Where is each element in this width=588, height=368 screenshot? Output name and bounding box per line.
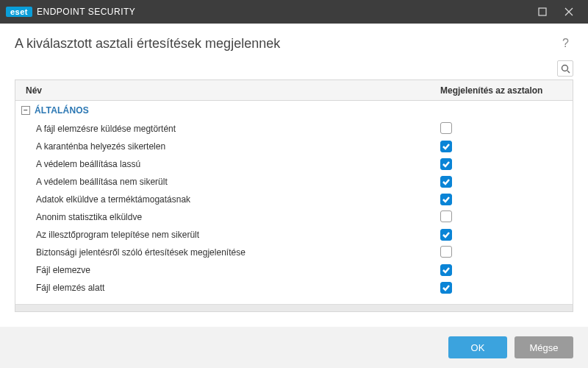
group-row-general[interactable]: − ÁLTALÁNOS xyxy=(15,101,573,120)
table-row[interactable]: Anonim statisztika elküldve xyxy=(15,208,573,226)
group-label: ÁLTALÁNOS xyxy=(35,105,89,116)
check-icon xyxy=(442,195,451,204)
cancel-button[interactable]: Mégse xyxy=(514,336,573,358)
svg-rect-0 xyxy=(539,8,546,15)
page-title: A kiválasztott asztali értesítések megje… xyxy=(15,36,558,52)
row-label: A karanténba helyezés sikertelen xyxy=(15,141,440,152)
table-row[interactable]: Biztonsági jelentésről szóló értesítések… xyxy=(15,244,573,261)
row-label: Anonim statisztika elküldve xyxy=(15,212,440,222)
footer: OK Mégse xyxy=(0,327,588,368)
help-button[interactable]: ? xyxy=(558,34,573,53)
row-checkbox-cell xyxy=(440,176,573,188)
table-row[interactable]: Fájl elemezve xyxy=(15,261,573,279)
row-checkbox-cell xyxy=(440,158,573,171)
table-row[interactable]: A védelem beállítása lassú xyxy=(15,155,573,173)
table-row[interactable]: Fájl elemzés alatt xyxy=(15,279,573,297)
row-checkbox-cell xyxy=(440,282,573,294)
col-header-name[interactable]: Név xyxy=(15,85,440,96)
show-on-desktop-checkbox[interactable] xyxy=(440,141,452,152)
collapse-icon[interactable]: − xyxy=(21,106,30,115)
product-name: ENDPOINT SECURITY xyxy=(37,7,135,17)
row-checkbox-cell xyxy=(440,194,573,206)
show-on-desktop-checkbox[interactable] xyxy=(440,158,452,170)
show-on-desktop-checkbox[interactable] xyxy=(440,210,452,222)
table-row[interactable]: A védelem beállítása nem sikerült xyxy=(15,173,573,191)
row-label: A védelem beállítása lassú xyxy=(15,159,440,169)
check-icon xyxy=(442,142,451,151)
row-label: Biztonsági jelentésről szóló értesítések… xyxy=(15,247,440,258)
table-header: Név Megjelenítés az asztalon xyxy=(15,80,573,101)
square-icon xyxy=(538,7,547,16)
ok-button[interactable]: OK xyxy=(448,336,507,358)
search-icon xyxy=(561,64,570,74)
row-checkbox-cell xyxy=(440,229,573,241)
row-label: A fájl elemzésre küldése megtörtént xyxy=(15,124,440,134)
show-on-desktop-checkbox[interactable] xyxy=(440,176,452,188)
notifications-table: Név Megjelenítés az asztalon − ÁLTALÁNOS… xyxy=(15,79,573,312)
svg-point-1 xyxy=(562,65,567,71)
table-row[interactable]: Adatok elküldve a terméktámogatásnak xyxy=(15,191,573,208)
brand-badge: eset xyxy=(6,7,32,17)
check-icon xyxy=(442,177,451,186)
row-label: Adatok elküldve a terméktámogatásnak xyxy=(15,194,440,205)
row-checkbox-cell xyxy=(440,246,573,260)
row-checkbox-cell xyxy=(440,210,573,224)
row-checkbox-cell xyxy=(440,141,573,153)
titlebar: eset ENDPOINT SECURITY xyxy=(0,0,588,24)
search-button[interactable] xyxy=(557,60,573,77)
show-on-desktop-checkbox[interactable] xyxy=(440,282,452,294)
check-icon xyxy=(442,160,451,169)
row-label: Fájl elemzés alatt xyxy=(15,283,440,293)
check-icon xyxy=(442,230,451,239)
row-label: A védelem beállítása nem sikerült xyxy=(15,177,440,187)
show-on-desktop-checkbox[interactable] xyxy=(440,264,452,276)
row-label: Az illesztőprogram telepítése nem sikerü… xyxy=(15,230,440,240)
row-label: Fájl elemezve xyxy=(15,265,440,275)
check-icon xyxy=(442,266,451,275)
check-icon xyxy=(442,283,451,292)
table-body[interactable]: − ÁLTALÁNOS A fájl elemzésre küldése meg… xyxy=(15,101,573,304)
row-checkbox-cell xyxy=(440,264,573,277)
col-header-show[interactable]: Megjelenítés az asztalon xyxy=(440,85,573,96)
row-checkbox-cell xyxy=(440,122,573,136)
horizontal-scrollbar[interactable] xyxy=(15,304,573,311)
show-on-desktop-checkbox[interactable] xyxy=(440,122,452,134)
window-close-button[interactable] xyxy=(556,0,582,24)
window-minimize-button[interactable] xyxy=(529,0,556,24)
table-row[interactable]: Az illesztőprogram telepítése nem sikerü… xyxy=(15,226,573,244)
show-on-desktop-checkbox[interactable] xyxy=(440,246,452,258)
table-row[interactable]: A fájl elemzésre küldése megtörtént xyxy=(15,120,573,138)
close-icon xyxy=(564,7,573,16)
show-on-desktop-checkbox[interactable] xyxy=(440,229,452,241)
table-row[interactable]: A karanténba helyezés sikertelen xyxy=(15,138,573,155)
show-on-desktop-checkbox[interactable] xyxy=(440,194,452,205)
